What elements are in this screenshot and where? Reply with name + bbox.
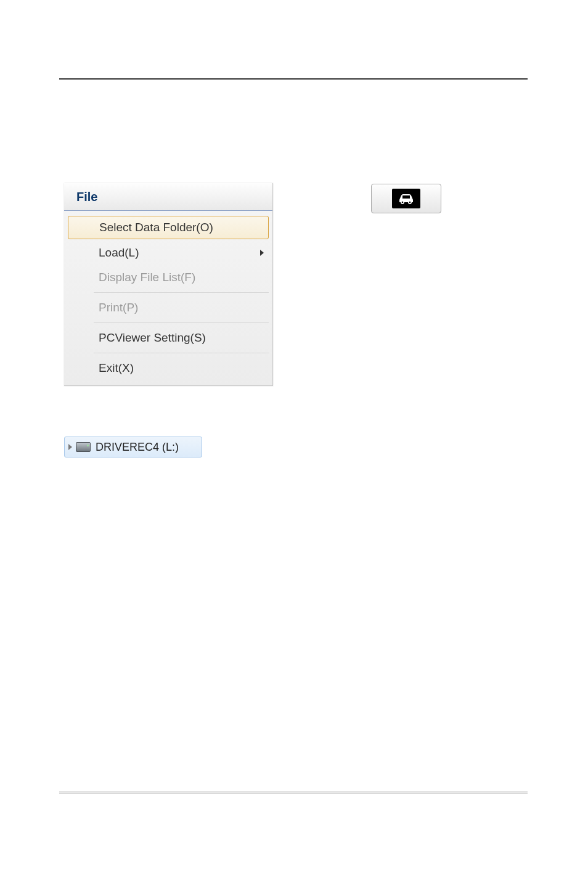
file-menu-title-bar[interactable]: File bbox=[64, 183, 272, 211]
menu-separator bbox=[94, 353, 269, 353]
menu-item-pcviewer-setting[interactable]: PCViewer Setting(S) bbox=[64, 326, 272, 350]
svg-rect-4 bbox=[402, 195, 410, 199]
menu-item-exit[interactable]: Exit(X) bbox=[64, 356, 272, 380]
car-icon bbox=[392, 189, 420, 208]
tree-item-drive[interactable]: DRIVEREC4 (L:) bbox=[64, 437, 202, 457]
file-menu: File Select Data Folder(O) Load(L) Displ… bbox=[64, 183, 273, 386]
menu-item-label: PCViewer Setting(S) bbox=[99, 331, 206, 344]
chevron-right-icon bbox=[260, 250, 264, 256]
menu-item-print: Print(P) bbox=[64, 295, 272, 320]
svg-point-2 bbox=[402, 202, 404, 203]
menu-item-display-file-list: Display File List(F) bbox=[64, 265, 272, 290]
menu-item-label: Print(P) bbox=[99, 301, 138, 314]
page-rule-bottom-shadow bbox=[59, 793, 528, 794]
file-menu-body: Select Data Folder(O) Load(L) Display Fi… bbox=[64, 211, 272, 385]
menu-item-label: Exit(X) bbox=[99, 361, 134, 374]
open-folder-button[interactable] bbox=[371, 184, 441, 213]
menu-item-label: Load(L) bbox=[99, 246, 139, 259]
svg-point-3 bbox=[409, 202, 411, 203]
hard-drive-icon bbox=[76, 442, 91, 452]
page-rule-top bbox=[59, 78, 528, 80]
file-menu-title: File bbox=[76, 190, 97, 204]
menu-separator bbox=[94, 322, 269, 323]
menu-item-label: Display File List(F) bbox=[99, 271, 195, 284]
menu-item-load[interactable]: Load(L) bbox=[64, 240, 272, 265]
menu-item-select-data-folder[interactable]: Select Data Folder(O) bbox=[68, 216, 269, 239]
tree-item-label: DRIVEREC4 (L:) bbox=[96, 441, 179, 454]
page-rule-bottom bbox=[59, 792, 528, 792]
chevron-right-icon bbox=[68, 444, 72, 450]
menu-separator bbox=[94, 292, 269, 293]
menu-item-label: Select Data Folder(O) bbox=[99, 221, 213, 234]
